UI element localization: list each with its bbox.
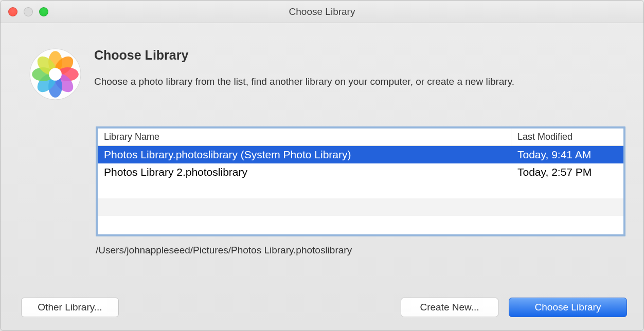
- minimize-button: [24, 7, 33, 16]
- create-new-button[interactable]: Create New...: [401, 298, 498, 317]
- selected-path: /Users/johnappleseed/Pictures/Photos Lib…: [96, 245, 625, 256]
- table-body: Photos Library.photoslibrary (System Pho…: [98, 146, 623, 236]
- photos-app-icon: [29, 48, 82, 101]
- cell-modified: Today, 9:41 AM: [511, 149, 623, 161]
- cell-name: Photos Library 2.photoslibrary: [98, 166, 511, 178]
- table-row[interactable]: Photos Library 2.photoslibrary Today, 2:…: [98, 163, 623, 181]
- header-row: Choose Library Choose a photo library fr…: [1, 23, 643, 101]
- table-row-empty: [98, 181, 623, 198]
- other-library-button[interactable]: Other Library...: [21, 298, 119, 317]
- table-header: Library Name Last Modified: [98, 128, 623, 146]
- table-row-empty: [98, 198, 623, 216]
- header-text: Choose Library Choose a photo library fr…: [94, 44, 628, 89]
- table-row[interactable]: Photos Library.photoslibrary (System Pho…: [98, 146, 623, 163]
- choose-library-button[interactable]: Choose Library: [509, 298, 627, 317]
- table-row-empty: [98, 216, 623, 233]
- dialog-heading: Choose Library: [94, 48, 628, 63]
- window-title: Choose Library: [1, 6, 643, 17]
- close-button[interactable]: [8, 7, 17, 16]
- svg-point-9: [49, 68, 62, 81]
- dialog-description: Choose a photo library from the list, fi…: [94, 75, 628, 89]
- cell-name: Photos Library.photoslibrary (System Pho…: [98, 149, 511, 161]
- cell-modified: Today, 2:57 PM: [511, 166, 623, 178]
- column-library-name[interactable]: Library Name: [98, 128, 511, 145]
- dialog-window: Choose Library: [0, 0, 644, 331]
- traffic-lights: [1, 7, 48, 16]
- library-table[interactable]: Library Name Last Modified Photos Librar…: [96, 126, 625, 236]
- footer-buttons: Other Library... Create New... Choose Li…: [1, 298, 643, 330]
- column-last-modified[interactable]: Last Modified: [511, 128, 623, 145]
- content-area: Choose Library Choose a photo library fr…: [1, 23, 643, 330]
- titlebar: Choose Library: [1, 1, 643, 23]
- maximize-button[interactable]: [39, 7, 48, 16]
